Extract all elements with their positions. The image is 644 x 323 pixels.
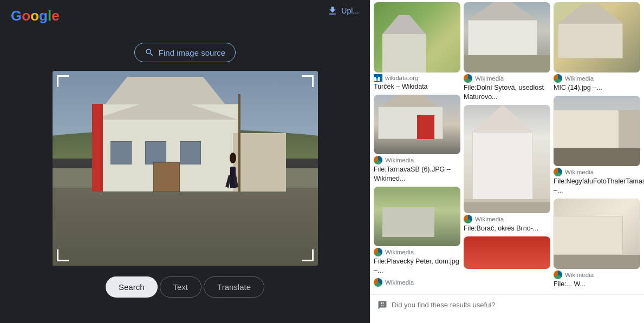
result-source-6: Wikimedia: [554, 168, 640, 176]
result-title-4: File:TarnavaSB (6).JPG – Wikimed...: [374, 165, 460, 183]
results-grid: wikidata.org Turček – Wikidata Wikimedia: [370, 0, 644, 294]
wikidata-logo-1: [374, 74, 382, 82]
result-card-7[interactable]: Wikimedia File:Plavecký Peter, dom.jpg –…: [374, 187, 460, 275]
search-tab[interactable]: Search: [106, 276, 158, 298]
find-image-label: Find image source: [159, 48, 225, 57]
feedback-icon: [378, 300, 387, 310]
results-col-3: Wikimedia MIC (14).jpg –... Wikimedia: [552, 2, 642, 292]
left-panel: Google Upl... Find image source: [0, 0, 370, 323]
result-source-name-7: Wikimedia: [385, 249, 414, 255]
translate-tab[interactable]: Translate: [204, 276, 264, 298]
right-panel: wikidata.org Turček – Wikidata Wikimedia: [370, 0, 644, 323]
result-title-7: File:Plavecký Peter, dom.jpg –...: [374, 257, 460, 275]
result-card-bottom-2[interactable]: [464, 236, 550, 269]
result-source-name-4: Wikimedia: [385, 157, 414, 163]
upload-icon: [327, 5, 338, 16]
result-title-1: Turček – Wikidata: [374, 82, 460, 91]
result-title-5: File:Borač, okres Brno-...: [464, 224, 550, 233]
find-image-source-button[interactable]: Find image source: [134, 43, 236, 62]
main-image: [53, 71, 318, 266]
feedback-text: Did you find these results useful?: [392, 301, 496, 309]
result-source-9: Wikimedia: [554, 271, 640, 279]
result-image-3: [554, 2, 640, 72]
main-image-container: [53, 71, 318, 266]
result-source-7: Wikimedia: [374, 248, 460, 256]
results-col-2: Wikimedia File:Dolní Sytová, usedlost Ma…: [462, 2, 552, 292]
result-image-7: [374, 187, 460, 246]
wikimedia-logo-3: [554, 74, 562, 83]
wikimedia-logo-9: [554, 271, 562, 279]
lens-icon: [145, 48, 154, 57]
result-source-name-2: Wikimedia: [475, 75, 504, 82]
result-card-bottom-1[interactable]: Wikimedia: [374, 278, 460, 287]
result-title-6: File:NegyfaluFotoThalerTamas.jpg –...: [554, 177, 640, 195]
result-source-name-5: Wikimedia: [475, 216, 504, 222]
result-card-6[interactable]: Wikimedia File:NegyfaluFotoThalerTamas.j…: [554, 96, 640, 195]
google-logo: Google: [11, 8, 60, 24]
result-source-name-3: Wikimedia: [565, 75, 594, 82]
result-card-3[interactable]: Wikimedia MIC (14).jpg –...: [554, 2, 640, 93]
result-title-3: MIC (14).jpg –...: [554, 83, 640, 93]
wikimedia-logo-b1: [374, 278, 382, 287]
result-card-1[interactable]: wikidata.org Turček – Wikidata: [374, 2, 460, 91]
header-bar: Google Upl...: [0, 0, 370, 32]
wikimedia-logo-7: [374, 248, 382, 256]
result-source-name-6: Wikimedia: [565, 169, 594, 175]
wikimedia-logo-5: [464, 215, 472, 223]
results-col-1: wikidata.org Turček – Wikidata Wikimedia: [372, 2, 462, 292]
result-source-name-9: Wikimedia: [565, 272, 594, 278]
wikimedia-logo-2: [464, 74, 472, 83]
result-card-4[interactable]: Wikimedia File:TarnavaSB (6).JPG – Wikim…: [374, 95, 460, 183]
action-tabs: Search Text Translate: [106, 276, 264, 298]
result-source-2: Wikimedia: [464, 74, 550, 83]
result-image-6: [554, 96, 640, 166]
result-image-bottom-2: [464, 236, 550, 269]
wikimedia-logo-4: [374, 156, 382, 164]
result-source-4: Wikimedia: [374, 156, 460, 164]
result-title-9: File:... W...: [554, 280, 640, 289]
result-image-1: [374, 2, 460, 72]
result-card-5[interactable]: Wikimedia File:Borač, okres Brno-...: [464, 105, 550, 233]
upload-label: Upl...: [341, 6, 359, 15]
upload-area[interactable]: Upl...: [327, 5, 359, 16]
wikimedia-logo-6: [554, 168, 562, 176]
result-source-bottom-1: Wikimedia: [374, 278, 460, 287]
result-card-2[interactable]: Wikimedia File:Dolní Sytová, usedlost Ma…: [464, 2, 550, 102]
result-image-5: [464, 105, 550, 213]
text-tab[interactable]: Text: [160, 276, 202, 298]
result-image-4: [374, 95, 460, 154]
result-image-2: [464, 2, 550, 72]
result-title-2: File:Dolní Sytová, usedlost Maturovo...: [464, 83, 550, 102]
result-card-9[interactable]: Wikimedia File:... W...: [554, 199, 640, 289]
feedback-bar: Did you find these results useful?: [370, 294, 644, 315]
result-source-name-1: wikidata.org: [385, 75, 418, 81]
result-source-5: Wikimedia: [464, 215, 550, 223]
result-image-9: [554, 199, 640, 269]
result-source-3: Wikimedia: [554, 74, 640, 83]
result-source-1: wikidata.org: [374, 74, 460, 82]
